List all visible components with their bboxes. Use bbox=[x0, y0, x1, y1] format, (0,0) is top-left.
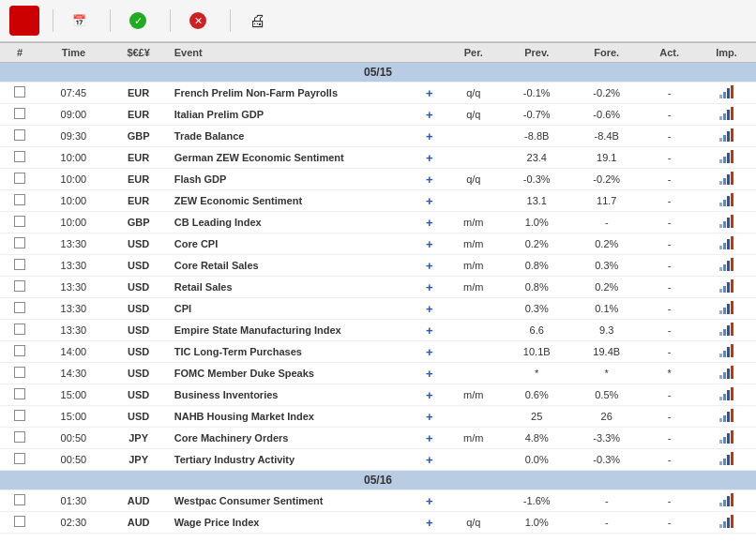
row-event-name[interactable]: Business Inventories bbox=[170, 384, 414, 406]
plus-icon[interactable]: + bbox=[426, 302, 433, 316]
row-add-button[interactable]: + bbox=[414, 384, 446, 406]
row-checkbox[interactable] bbox=[14, 345, 25, 356]
row-event-name[interactable]: Flash GDP bbox=[170, 169, 414, 190]
add-calendar-button[interactable]: 📅 bbox=[67, 11, 97, 30]
unmark-all-button[interactable]: ✕ bbox=[184, 9, 217, 32]
row-event-name[interactable]: Wage Price Index bbox=[170, 512, 414, 534]
row-event-name[interactable]: NAHB Housing Market Index bbox=[170, 406, 414, 428]
row-checkbox[interactable] bbox=[14, 216, 25, 227]
row-checkbox-cell[interactable] bbox=[0, 233, 39, 255]
plus-icon[interactable]: + bbox=[426, 494, 433, 508]
row-event-name[interactable]: German ZEW Economic Sentiment bbox=[170, 147, 414, 169]
row-checkbox[interactable] bbox=[14, 129, 25, 141]
row-checkbox-cell[interactable] bbox=[0, 190, 39, 212]
print-button[interactable]: 🖨 bbox=[244, 8, 277, 34]
row-event-name[interactable]: Tertiary Industry Activity bbox=[170, 449, 414, 471]
row-event-name[interactable]: Empire State Manufacturing Index bbox=[170, 320, 414, 341]
plus-icon[interactable]: + bbox=[426, 367, 433, 381]
plus-icon[interactable]: + bbox=[426, 216, 433, 230]
row-checkbox[interactable] bbox=[14, 280, 25, 292]
row-event-name[interactable]: Trade Balance bbox=[170, 126, 414, 147]
row-add-button[interactable]: + bbox=[414, 298, 446, 320]
row-checkbox-cell[interactable] bbox=[0, 512, 39, 534]
row-add-button[interactable]: + bbox=[414, 428, 446, 449]
row-checkbox-cell[interactable] bbox=[0, 169, 39, 190]
plus-icon[interactable]: + bbox=[426, 516, 433, 530]
row-checkbox[interactable] bbox=[14, 431, 25, 443]
row-add-button[interactable]: + bbox=[414, 490, 446, 512]
row-event-name[interactable]: Core CPI bbox=[170, 233, 414, 255]
row-add-button[interactable]: + bbox=[414, 147, 446, 169]
row-event-name[interactable]: FOMC Member Duke Speaks bbox=[170, 363, 414, 384]
row-add-button[interactable]: + bbox=[414, 169, 446, 190]
plus-icon[interactable]: + bbox=[426, 259, 433, 273]
row-event-name[interactable]: Westpac Consumer Sentiment bbox=[170, 490, 414, 512]
plus-icon[interactable]: + bbox=[426, 453, 433, 467]
row-checkbox-cell[interactable] bbox=[0, 428, 39, 449]
row-checkbox-cell[interactable] bbox=[0, 83, 39, 104]
row-checkbox-cell[interactable] bbox=[0, 277, 39, 298]
plus-icon[interactable]: + bbox=[426, 410, 433, 424]
row-checkbox[interactable] bbox=[14, 516, 25, 527]
row-checkbox-cell[interactable] bbox=[0, 490, 39, 512]
row-add-button[interactable]: + bbox=[414, 190, 446, 212]
row-event-name[interactable]: Core Retail Sales bbox=[170, 255, 414, 277]
row-add-button[interactable]: + bbox=[414, 233, 446, 255]
plus-icon[interactable]: + bbox=[426, 324, 433, 338]
row-add-button[interactable]: + bbox=[414, 320, 446, 341]
row-add-button[interactable]: + bbox=[414, 341, 446, 363]
row-checkbox-cell[interactable] bbox=[0, 298, 39, 320]
row-checkbox-cell[interactable] bbox=[0, 104, 39, 126]
row-checkbox[interactable] bbox=[14, 302, 25, 313]
row-event-name[interactable]: CB Leading Index bbox=[170, 212, 414, 233]
plus-icon[interactable]: + bbox=[426, 129, 433, 143]
row-event-name[interactable]: TIC Long-Term Purchases bbox=[170, 341, 414, 363]
plus-icon[interactable]: + bbox=[426, 108, 433, 122]
row-checkbox-cell[interactable] bbox=[0, 406, 39, 428]
mark-all-button[interactable]: ✓ bbox=[124, 9, 157, 32]
row-checkbox[interactable] bbox=[14, 173, 25, 184]
row-checkbox[interactable] bbox=[14, 453, 25, 464]
row-event-name[interactable]: Italian Prelim GDP bbox=[170, 104, 414, 126]
row-checkbox-cell[interactable] bbox=[0, 449, 39, 471]
plus-icon[interactable]: + bbox=[426, 431, 433, 445]
plus-icon[interactable]: + bbox=[426, 280, 433, 294]
row-checkbox-cell[interactable] bbox=[0, 212, 39, 233]
row-checkbox-cell[interactable] bbox=[0, 363, 39, 384]
row-add-button[interactable]: + bbox=[414, 126, 446, 147]
plus-icon[interactable]: + bbox=[426, 151, 433, 165]
row-checkbox[interactable] bbox=[14, 151, 25, 162]
row-event-name[interactable]: Core Machinery Orders bbox=[170, 428, 414, 449]
row-add-button[interactable]: + bbox=[414, 363, 446, 384]
row-add-button[interactable]: + bbox=[414, 277, 446, 298]
row-add-button[interactable]: + bbox=[414, 449, 446, 471]
plus-icon[interactable]: + bbox=[426, 173, 433, 187]
row-event-name[interactable]: French Prelim Non-Farm Payrolls bbox=[170, 83, 414, 104]
row-checkbox[interactable] bbox=[14, 259, 25, 270]
row-checkbox[interactable] bbox=[14, 194, 25, 205]
row-checkbox-cell[interactable] bbox=[0, 320, 39, 341]
plus-icon[interactable]: + bbox=[426, 194, 433, 208]
plus-icon[interactable]: + bbox=[426, 345, 433, 359]
row-add-button[interactable]: + bbox=[414, 512, 446, 534]
row-checkbox-cell[interactable] bbox=[0, 126, 39, 147]
row-checkbox[interactable] bbox=[14, 237, 25, 248]
row-checkbox[interactable] bbox=[14, 324, 25, 335]
row-event-name[interactable]: ZEW Economic Sentiment bbox=[170, 190, 414, 212]
row-add-button[interactable]: + bbox=[414, 104, 446, 126]
row-checkbox[interactable] bbox=[14, 388, 25, 399]
plus-icon[interactable]: + bbox=[426, 86, 433, 100]
row-checkbox[interactable] bbox=[14, 108, 25, 119]
row-add-button[interactable]: + bbox=[414, 406, 446, 428]
row-add-button[interactable]: + bbox=[414, 212, 446, 233]
row-add-button[interactable]: + bbox=[414, 83, 446, 104]
row-checkbox[interactable] bbox=[14, 494, 25, 505]
row-add-button[interactable]: + bbox=[414, 255, 446, 277]
row-checkbox-cell[interactable] bbox=[0, 147, 39, 169]
row-checkbox[interactable] bbox=[14, 367, 25, 378]
plus-icon[interactable]: + bbox=[426, 237, 433, 251]
row-checkbox[interactable] bbox=[14, 86, 25, 98]
row-checkbox-cell[interactable] bbox=[0, 384, 39, 406]
plus-icon[interactable]: + bbox=[426, 388, 433, 402]
row-checkbox-cell[interactable] bbox=[0, 341, 39, 363]
